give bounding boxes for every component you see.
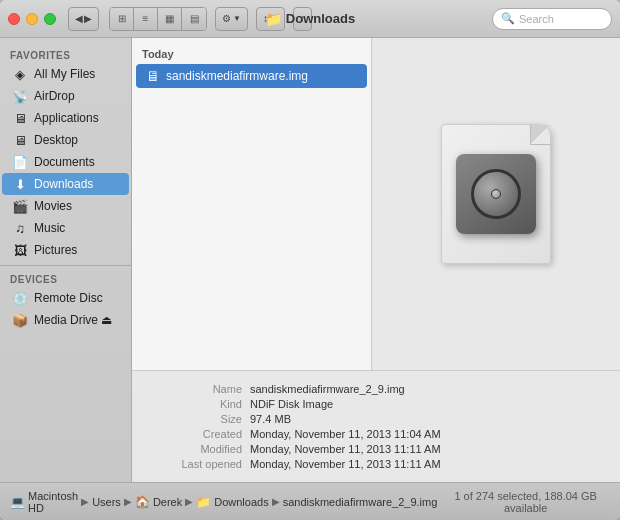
sidebar-item-label: All My Files <box>34 67 95 81</box>
favorites-label: FAVORITES <box>0 46 131 63</box>
kind-value: NDiF Disk Image <box>250 398 600 410</box>
sidebar-divider <box>0 265 131 266</box>
cover-flow-button[interactable]: ▤ <box>182 8 206 30</box>
document-background <box>441 124 551 264</box>
breadcrumb-item-derek[interactable]: 🏠 Derek <box>135 495 182 509</box>
sidebar-item-airdrop[interactable]: 📡 AirDrop <box>2 85 129 107</box>
name-value: sandiskmediafirmware_2_9.img <box>250 383 600 395</box>
file-list-panel: Today 🖥 sandiskmediafirmware.img <box>132 38 372 370</box>
search-placeholder: Search <box>519 13 554 25</box>
modified-value: Monday, November 11, 2013 11:11 AM <box>250 443 600 455</box>
downloads-icon: ⬇ <box>12 176 28 192</box>
sidebar-item-label: Pictures <box>34 243 77 257</box>
sidebar-item-label: Remote Disc <box>34 291 103 305</box>
info-panel: Name sandiskmediafirmware_2_9.img Kind N… <box>132 370 620 482</box>
breadcrumb-text: Derek <box>153 496 182 508</box>
titlebar: ◀ ▶ ⊞ ≡ ▦ ▤ ⚙ ▼ ↕ ▼ ↑ 📁 Downl <box>0 0 620 38</box>
documents-icon: 📄 <box>12 154 28 170</box>
sidebar-item-label: Movies <box>34 199 72 213</box>
minimize-button[interactable] <box>26 13 38 25</box>
close-button[interactable] <box>8 13 20 25</box>
view-mode-buttons: ⊞ ≡ ▦ ▤ <box>109 7 207 31</box>
sidebar-item-media-drive[interactable]: 📦 Media Drive ⏏ <box>2 309 129 331</box>
sidebar-item-documents[interactable]: 📄 Documents <box>2 151 129 173</box>
breadcrumb-text: Users <box>92 496 121 508</box>
name-label: Name <box>152 383 242 395</box>
airdrop-icon: 📡 <box>12 88 28 104</box>
kind-label: Kind <box>152 398 242 410</box>
status-text: 1 of 274 selected, 188.04 GB available <box>441 490 610 514</box>
forward-icon: ▶ <box>84 13 92 24</box>
size-label: Size <box>152 413 242 425</box>
dropdown-arrow: ▼ <box>233 14 241 23</box>
statusbar: 💻 Macintosh HD ▶ Users ▶ 🏠 Derek ▶ 📁 Dow… <box>0 482 620 520</box>
table-row[interactable]: 🖥 sandiskmediafirmware.img <box>136 64 367 88</box>
hard-drive-icon <box>456 154 536 234</box>
file-preview-icon <box>431 124 561 284</box>
breadcrumb-item-downloads[interactable]: 📁 Downloads <box>196 495 268 509</box>
breadcrumb-item-users[interactable]: Users <box>92 496 121 508</box>
sidebar-item-label: Media Drive ⏏ <box>34 313 112 327</box>
breadcrumb-text: Macintosh HD <box>28 490 78 514</box>
sidebar-item-all-my-files[interactable]: ◈ All My Files <box>2 63 129 85</box>
sidebar-item-label: Desktop <box>34 133 78 147</box>
info-table: Name sandiskmediafirmware_2_9.img Kind N… <box>152 383 600 470</box>
breadcrumb-separator: ▶ <box>124 496 132 507</box>
media-drive-icon: 📦 <box>12 312 28 328</box>
sidebar-item-music[interactable]: ♫ Music <box>2 217 129 239</box>
created-label: Created <box>152 428 242 440</box>
window-title: 📁 Downloads <box>265 11 355 27</box>
sidebar-item-label: Applications <box>34 111 99 125</box>
all-my-files-icon: ◈ <box>12 66 28 82</box>
gear-icon: ⚙ <box>222 13 231 24</box>
date-group-label: Today <box>132 46 371 64</box>
back-forward-buttons[interactable]: ◀ ▶ <box>68 7 99 31</box>
maximize-button[interactable] <box>44 13 56 25</box>
sidebar-item-label: Documents <box>34 155 95 169</box>
devices-label: DEVICES <box>0 270 131 287</box>
created-value: Monday, November 11, 2013 11:04 AM <box>250 428 600 440</box>
sidebar-item-label: Downloads <box>34 177 93 191</box>
main-area: FAVORITES ◈ All My Files 📡 AirDrop 🖥 App… <box>0 38 620 482</box>
macintosh-hd-icon: 💻 <box>10 495 25 509</box>
sidebar: FAVORITES ◈ All My Files 📡 AirDrop 🖥 App… <box>0 38 132 482</box>
applications-icon: 🖥 <box>12 110 28 126</box>
breadcrumb-separator: ▶ <box>185 496 193 507</box>
hdd-center <box>491 189 501 199</box>
sidebar-item-pictures[interactable]: 🖼 Pictures <box>2 239 129 261</box>
hdd-platter <box>471 169 521 219</box>
folder-icon: 📁 <box>196 495 211 509</box>
traffic-lights <box>8 13 56 25</box>
preview-panel <box>372 38 620 370</box>
file-type-icon: 🖥 <box>146 68 160 84</box>
sidebar-item-label: Music <box>34 221 65 235</box>
document-corner <box>530 125 550 145</box>
column-view-button[interactable]: ▦ <box>158 8 182 30</box>
sidebar-item-applications[interactable]: 🖥 Applications <box>2 107 129 129</box>
search-box[interactable]: 🔍 Search <box>492 8 612 30</box>
pictures-icon: 🖼 <box>12 242 28 258</box>
modified-label: Modified <box>152 443 242 455</box>
size-value: 97.4 MB <box>250 413 600 425</box>
back-icon: ◀ <box>75 13 83 24</box>
sidebar-item-remote-disc[interactable]: 💿 Remote Disc <box>2 287 129 309</box>
search-icon: 🔍 <box>501 12 515 25</box>
breadcrumb-item-file[interactable]: sandiskmediafirmware_2_9.img <box>283 496 438 508</box>
list-view-button[interactable]: ≡ <box>134 8 158 30</box>
breadcrumb: 💻 Macintosh HD ▶ Users ▶ 🏠 Derek ▶ 📁 Dow… <box>10 490 437 514</box>
sidebar-item-movies[interactable]: 🎬 Movies <box>2 195 129 217</box>
breadcrumb-text: Downloads <box>214 496 268 508</box>
finder-window: ◀ ▶ ⊞ ≡ ▦ ▤ ⚙ ▼ ↕ ▼ ↑ 📁 Downl <box>0 0 620 520</box>
home-icon: 🏠 <box>135 495 150 509</box>
breadcrumb-separator: ▶ <box>81 496 89 507</box>
sidebar-item-desktop[interactable]: 🖥 Desktop <box>2 129 129 151</box>
remote-disc-icon: 💿 <box>12 290 28 306</box>
music-icon: ♫ <box>12 220 28 236</box>
icon-view-button[interactable]: ⊞ <box>110 8 134 30</box>
movies-icon: 🎬 <box>12 198 28 214</box>
sidebar-item-downloads[interactable]: ⬇ Downloads <box>2 173 129 195</box>
action-button[interactable]: ⚙ ▼ <box>215 7 248 31</box>
breadcrumb-separator: ▶ <box>272 496 280 507</box>
breadcrumb-text: sandiskmediafirmware_2_9.img <box>283 496 438 508</box>
breadcrumb-item-hd[interactable]: 💻 Macintosh HD <box>10 490 78 514</box>
